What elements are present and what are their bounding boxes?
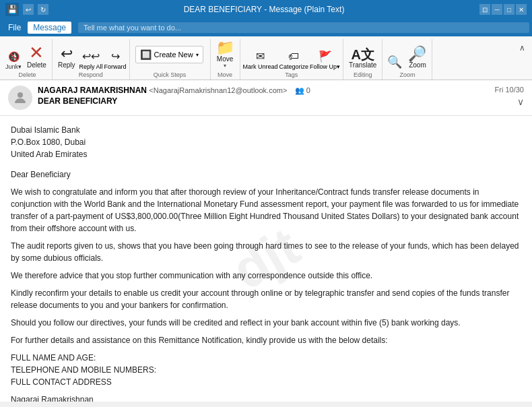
delete-group-buttons: 🚯 Junk▾ ✕ Delete bbox=[5, 39, 49, 70]
svg-point-0 bbox=[18, 92, 23, 98]
menu-bar: File Message bbox=[0, 19, 532, 36]
categorize-button[interactable]: 🏷 bbox=[286, 50, 301, 63]
paragraph-2: The audit reports given to us, shows tha… bbox=[11, 240, 521, 264]
move-label: Move bbox=[217, 55, 233, 63]
reply-all-label: Reply All bbox=[79, 63, 103, 70]
delete-icon: ✕ bbox=[29, 44, 44, 61]
email-header-right: Fri 10/30 ∨ bbox=[495, 86, 524, 107]
mark-unread-icon: ✉ bbox=[256, 50, 265, 63]
move-icon: 📁 bbox=[216, 40, 234, 55]
mark-unread-label: Mark Unread bbox=[243, 63, 278, 70]
paragraph-3: We therefore advice that you stop furthe… bbox=[11, 270, 521, 282]
minimize-button[interactable]: ─ bbox=[492, 4, 502, 15]
address-block: Dubai Islamic Bank P.O.Box 1080, Dubai U… bbox=[11, 124, 521, 160]
email-body: djt Dubai Islamic Bank P.O.Box 1080, Dub… bbox=[0, 116, 532, 402]
reply-button[interactable]: ↩ Reply bbox=[55, 45, 78, 70]
translate-button[interactable]: A文 Translate bbox=[346, 46, 379, 70]
delete-group-label: Delete bbox=[5, 70, 49, 80]
mark-unread-button[interactable]: ✉ bbox=[254, 49, 267, 63]
grid-icon[interactable]: ⊡ bbox=[479, 4, 490, 15]
junk-icon: 🚯 bbox=[8, 51, 20, 62]
email-header: NAGARAJ RAMAKRISHNAN <NagarajRamakrishna… bbox=[0, 80, 532, 116]
create-new-label: Create New bbox=[154, 51, 193, 59]
find-icon: 🔍 bbox=[387, 55, 402, 69]
save-icon[interactable]: 💾 bbox=[5, 3, 19, 16]
maximize-button[interactable]: □ bbox=[504, 4, 514, 15]
quicksteps-arrow: ▾ bbox=[196, 52, 199, 58]
ribbon-content: 🚯 Junk▾ ✕ Delete Delete ↩ Reply bbox=[0, 36, 532, 80]
email-date: Fri 10/30 bbox=[495, 86, 524, 94]
po-box: P.O.Box 1080, Dubai bbox=[11, 136, 521, 148]
ribbon-group-tags: ✉ Mark Unread 🏷 Categorize 🚩 Follow Up▾ bbox=[240, 39, 344, 80]
close-button[interactable]: ✕ bbox=[516, 4, 527, 15]
move-group-label: Move bbox=[213, 70, 237, 80]
email-header-info: NAGARAJ RAMAKRISHNAN <NagarajRamakrishna… bbox=[38, 86, 490, 106]
participants-count: 👥 0 bbox=[295, 86, 310, 94]
search-input[interactable] bbox=[78, 22, 529, 33]
move-button[interactable]: 📁 Move ▾ bbox=[213, 39, 237, 70]
salutation: Dear Beneficiary bbox=[11, 168, 521, 181]
translate-label: Translate bbox=[349, 61, 376, 69]
title-bar: 💾 ↩ ↻ DEAR BENEFICIARY - Message (Plain … bbox=[0, 0, 532, 19]
create-new-button[interactable]: 🔲 Create New ▾ bbox=[135, 46, 203, 63]
bank-name: Dubai Islamic Bank bbox=[11, 124, 521, 136]
zoom-label: Zoom bbox=[409, 61, 426, 69]
create-new-icon: 🔲 bbox=[140, 49, 152, 60]
forward-label: Forward bbox=[104, 63, 127, 70]
respond-group-buttons: ↩ Reply ↩↩ Reply All ↪ Forward bbox=[55, 39, 127, 70]
paragraph-1: We wish to congratulate and inform you t… bbox=[11, 186, 521, 234]
zoom-icon: 🔎 bbox=[408, 46, 426, 61]
sender-email: <NagarajRamakrishnan12@outlook.com> bbox=[149, 86, 287, 94]
reply-all-icon: ↩↩ bbox=[82, 50, 100, 63]
respond-group-label: Respond bbox=[55, 70, 127, 80]
move-group-buttons: 📁 Move ▾ bbox=[213, 39, 237, 70]
reply-all-button[interactable]: ↩↩ bbox=[80, 49, 102, 63]
move-arrow: ▾ bbox=[224, 63, 226, 69]
forward-button[interactable]: ↪ bbox=[109, 49, 122, 63]
reply-icon: ↩ bbox=[61, 46, 73, 61]
sender-avatar bbox=[8, 86, 32, 110]
editing-group-label: Editing bbox=[346, 70, 379, 80]
tags-group-buttons: ✉ Mark Unread 🏷 Categorize 🚩 Follow Up▾ bbox=[243, 39, 341, 70]
zoom-button[interactable]: 🔎 Zoom bbox=[405, 45, 429, 70]
categorize-icon: 🏷 bbox=[288, 51, 299, 63]
quicksteps-buttons: 🔲 Create New ▾ bbox=[133, 39, 207, 70]
follow-up-label: Follow Up▾ bbox=[310, 63, 340, 70]
ribbon-collapse-button[interactable]: ∧ bbox=[515, 42, 529, 54]
quicksteps-group-label: Quick Steps bbox=[133, 70, 207, 80]
junk-label: Junk▾ bbox=[5, 63, 22, 70]
follow-up-button[interactable]: 🚩 bbox=[317, 49, 334, 63]
junk-button[interactable]: 🚯 bbox=[6, 51, 22, 63]
ribbon-group-quicksteps: 🔲 Create New ▾ Quick Steps bbox=[130, 39, 211, 80]
delete-button[interactable]: ✕ Delete bbox=[24, 42, 49, 70]
window-controls: ⊡ ─ □ ✕ bbox=[479, 4, 527, 15]
tags-group-label: Tags bbox=[243, 70, 341, 80]
zoom-group-label: Zoom bbox=[385, 70, 429, 80]
sender-name: NAGARAJ RAMAKRISHNAN <NagarajRamakrishna… bbox=[38, 86, 490, 95]
title-bar-left: 💾 ↩ ↻ bbox=[5, 3, 48, 16]
window-title: DEAR BENEFICIARY - Message (Plain Text) bbox=[48, 5, 479, 14]
menu-item-file[interactable]: File bbox=[3, 22, 26, 34]
expand-button[interactable]: ∨ bbox=[517, 96, 524, 107]
redo-button[interactable]: ↻ bbox=[38, 4, 48, 15]
translate-icon: A文 bbox=[352, 48, 374, 61]
ribbon: 🚯 Junk▾ ✕ Delete Delete ↩ Reply bbox=[0, 36, 532, 80]
ribbon-group-respond: ↩ Reply ↩↩ Reply All ↪ Forward Respond bbox=[53, 39, 130, 80]
zoom-group-buttons: 🔍 🔎 Zoom bbox=[385, 39, 429, 70]
delete-label: Delete bbox=[27, 61, 46, 69]
email-content: Dubai Islamic Bank P.O.Box 1080, Dubai U… bbox=[11, 124, 521, 402]
reply-label: Reply bbox=[58, 61, 75, 69]
undo-button[interactable]: ↩ bbox=[23, 4, 34, 15]
find-button[interactable]: 🔍 bbox=[385, 54, 404, 70]
ribbon-group-move: 📁 Move ▾ Move bbox=[211, 39, 240, 80]
country: United Arab Emirates bbox=[11, 148, 521, 160]
editing-group-buttons: A文 Translate bbox=[346, 39, 379, 70]
ribbon-group-editing: A文 Translate Editing bbox=[343, 39, 383, 80]
paragraph-6: For further details and assistance on th… bbox=[11, 334, 521, 346]
follow-up-icon: 🚩 bbox=[319, 50, 332, 63]
signature: Nagaraj Ramakrishnan Chief Credit Office… bbox=[11, 394, 521, 402]
ribbon-group-delete: 🚯 Junk▾ ✕ Delete Delete bbox=[3, 39, 53, 80]
sender-display-name: NAGARAJ RAMAKRISHNAN bbox=[38, 86, 147, 95]
ribbon-group-zoom: 🔍 🔎 Zoom Zoom bbox=[383, 39, 432, 80]
menu-item-message[interactable]: Message bbox=[28, 22, 71, 34]
